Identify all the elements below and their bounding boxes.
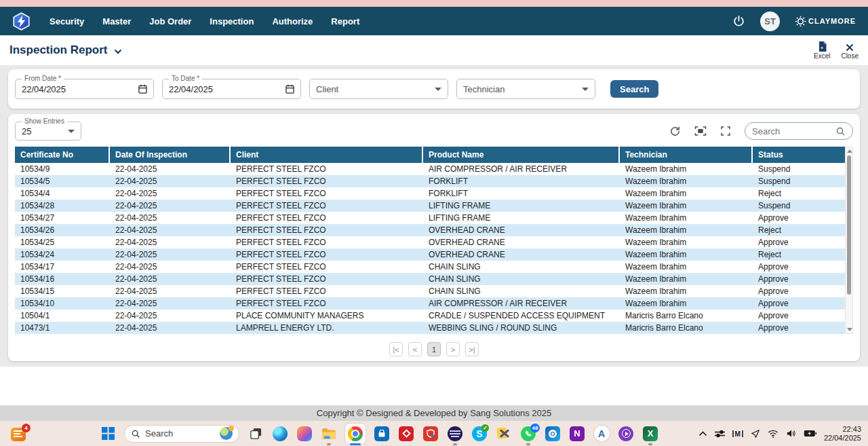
first-page-button[interactable]: |<: [389, 342, 403, 356]
table-cell: 22-04-2025: [110, 310, 231, 322]
microsoft-store-icon[interactable]: [374, 426, 390, 442]
table-row[interactable]: 10504/122-04-2025PLACE COMMUNITY MANAGER…: [15, 310, 845, 322]
media-purple-icon[interactable]: [618, 426, 634, 442]
table-toolbar: Show Entries 25: [15, 119, 853, 147]
chrome-icon[interactable]: [345, 424, 366, 444]
scroll-up-icon[interactable]: [847, 149, 852, 153]
battery-icon[interactable]: [804, 430, 816, 437]
column-header[interactable]: Product Name: [423, 147, 620, 163]
m-indicator-icon[interactable]: M: [732, 430, 743, 438]
current-page-button[interactable]: 1: [427, 342, 441, 356]
wifi-icon[interactable]: [768, 430, 778, 438]
table-row[interactable]: 10534/2622-04-2025PERFECT STEEL FZCOOVER…: [15, 224, 845, 236]
table-cell: Approve: [753, 236, 845, 248]
table-row[interactable]: 10534/422-04-2025PERFECT STEEL FZCOFORKL…: [15, 187, 845, 200]
onenote-icon[interactable]: N: [569, 426, 585, 442]
whatsapp-icon[interactable]: 48: [520, 426, 536, 442]
fit-to-screen-icon[interactable]: [694, 126, 707, 136]
table-scrollbar[interactable]: [845, 147, 853, 334]
calendar-icon[interactable]: [138, 84, 147, 94]
nav-item-report[interactable]: Report: [331, 16, 359, 26]
column-header[interactable]: Date Of Inspection: [110, 147, 231, 163]
excel-file-icon: x: [818, 41, 827, 52]
table-row[interactable]: 10534/1522-04-2025PERFECT STEEL FZCOCHAI…: [15, 285, 845, 297]
eclipse-icon[interactable]: [447, 426, 463, 442]
volume-icon[interactable]: [786, 429, 796, 438]
table-row[interactable]: 10473/122-04-2025LAMPRELL ENERGY LTD.WEB…: [15, 322, 845, 334]
table-row[interactable]: 10534/2822-04-2025PERFECT STEEL FZCOLIFT…: [15, 200, 845, 212]
clock[interactable]: 22:43 22/04/2025: [824, 425, 861, 443]
show-entries-select[interactable]: Show Entries 25: [15, 122, 81, 141]
from-date-label: From Date *: [22, 75, 64, 82]
taskbar-search[interactable]: Search: [124, 425, 239, 443]
page-title: Inspection Report: [9, 43, 108, 57]
scrollbar-thumb[interactable]: [847, 155, 851, 295]
column-header[interactable]: Technician: [620, 147, 753, 163]
location-icon[interactable]: [751, 429, 760, 439]
table-body: 10534/922-04-2025PERFECT STEEL FZCOAIR C…: [15, 163, 845, 334]
excel-export-button[interactable]: x Excel: [814, 41, 830, 60]
taskbar-search-placeholder: Search: [145, 428, 173, 439]
prev-page-button[interactable]: <: [408, 342, 422, 356]
scroll-down-icon[interactable]: [847, 328, 852, 331]
widgets-icon[interactable]: 4: [11, 425, 28, 443]
column-header[interactable]: Status: [753, 147, 845, 163]
refresh-icon[interactable]: [669, 126, 681, 137]
hammer-wrench-icon[interactable]: [496, 426, 512, 442]
outlook-icon[interactable]: O: [545, 426, 561, 442]
nav-item-master[interactable]: Master: [102, 16, 131, 26]
table-search-input[interactable]: [745, 122, 853, 140]
security-shield-icon[interactable]: [422, 426, 439, 442]
column-header[interactable]: Client: [231, 147, 423, 163]
from-date-field[interactable]: From Date * 22/04/2025: [15, 79, 154, 99]
skype-icon[interactable]: S ✓: [471, 426, 488, 442]
chevron-down-icon[interactable]: [114, 49, 122, 54]
nav-item-security[interactable]: Security: [50, 16, 84, 26]
close-button[interactable]: Close: [841, 43, 859, 60]
user-avatar[interactable]: ST: [760, 12, 780, 31]
app-red-diamond-icon[interactable]: [398, 426, 414, 442]
nav-item-authorize[interactable]: Authorize: [272, 16, 313, 26]
table-row[interactable]: 10534/2722-04-2025PERFECT STEEL FZCOLIFT…: [15, 212, 845, 224]
nav-item-job-order[interactable]: Job Order: [149, 16, 191, 26]
table-row[interactable]: 10534/1722-04-2025PERFECT STEEL FZCOCHAI…: [15, 261, 845, 273]
column-header[interactable]: Certificate No: [15, 147, 110, 163]
table-row[interactable]: 10534/522-04-2025PERFECT STEEL FZCOFORKL…: [15, 175, 845, 187]
table-cell: Wazeem Ibrahim: [620, 236, 753, 248]
app-a-icon[interactable]: A: [593, 426, 610, 442]
copilot-icon[interactable]: [296, 426, 313, 442]
fullscreen-icon[interactable]: [720, 126, 731, 136]
app-logo-icon[interactable]: [12, 12, 31, 31]
search-button[interactable]: Search: [610, 80, 658, 98]
excel-icon[interactable]: X: [642, 426, 658, 442]
edge-icon[interactable]: [272, 426, 288, 442]
tray-expand-icon[interactable]: [698, 431, 707, 436]
table-row[interactable]: 10534/1022-04-2025PERFECT STEEL FZCOAIR …: [15, 297, 845, 310]
table-cell: 10534/15: [15, 285, 110, 297]
table-cell: PERFECT STEEL FZCO: [231, 175, 423, 187]
to-date-field[interactable]: To Date * 22/04/2025: [162, 79, 301, 99]
start-button[interactable]: [100, 426, 116, 442]
nav-item-inspection[interactable]: Inspection: [210, 16, 254, 26]
svg-text:M: M: [734, 430, 740, 438]
table-cell: 22-04-2025: [110, 273, 231, 285]
dropdown-arrow-icon: [582, 88, 589, 91]
file-explorer-icon[interactable]: [321, 426, 337, 442]
table-cell: Wazeem Ibrahim: [620, 224, 753, 236]
table-row[interactable]: 10534/922-04-2025PERFECT STEEL FZCOAIR C…: [15, 163, 845, 175]
calendar-icon[interactable]: [285, 84, 294, 94]
table-search-field[interactable]: [752, 126, 832, 136]
task-view-icon[interactable]: [248, 426, 264, 442]
next-page-button[interactable]: >: [446, 342, 460, 356]
table-row[interactable]: 10534/2522-04-2025PERFECT STEEL FZCOOVER…: [15, 236, 845, 248]
page-gap: [0, 367, 868, 405]
client-select[interactable]: Client: [309, 79, 448, 99]
table-row[interactable]: 10534/2422-04-2025PERFECT STEEL FZCOOVER…: [15, 248, 845, 261]
mixer-icon[interactable]: [715, 430, 725, 438]
logout-power-icon[interactable]: [732, 15, 745, 28]
table-row[interactable]: 10534/1622-04-2025PERFECT STEEL FZCOCHAI…: [15, 273, 845, 285]
table-cell: Approve: [753, 212, 845, 224]
last-page-button[interactable]: >|: [465, 342, 479, 356]
technician-select[interactable]: Technician: [456, 79, 595, 99]
table-cell: 22-04-2025: [110, 187, 231, 200]
